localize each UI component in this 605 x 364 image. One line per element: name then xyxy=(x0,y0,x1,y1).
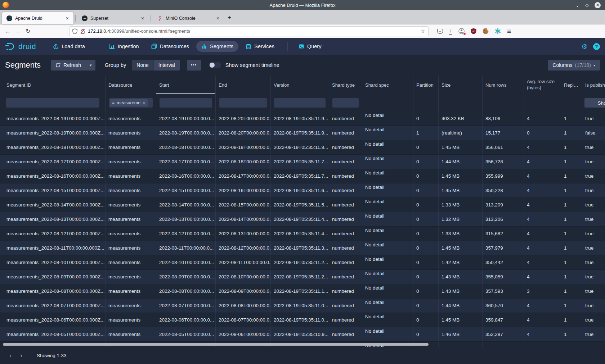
filter-input-start[interactable] xyxy=(160,98,212,108)
segment-timeline-toggle[interactable] xyxy=(209,62,221,68)
help-button[interactable]: ? xyxy=(593,43,600,50)
hamburger-menu-icon[interactable]: ≡ xyxy=(507,27,511,35)
filter-input-segment-id[interactable] xyxy=(6,98,99,108)
table-row[interactable]: measurements_2022-08-15T00:00:00.000Z...… xyxy=(0,183,605,198)
cookie-extension-icon[interactable] xyxy=(483,28,489,34)
nav-item-ingestion[interactable]: Ingestion xyxy=(104,41,144,52)
cell-segment-id[interactable]: measurements_2022-08-19T00:00:00.000Z... xyxy=(0,112,106,126)
column-header-shard-type[interactable]: Shard type xyxy=(329,76,362,94)
column-header-size[interactable]: Size xyxy=(439,76,483,94)
filter-tag-remove-icon[interactable]: × xyxy=(143,100,145,106)
column-header-start[interactable]: Start xyxy=(156,76,216,94)
group-by-interval-button[interactable]: Interval xyxy=(154,60,180,70)
is-published-show-filter-button[interactable]: Show xyxy=(584,98,605,108)
table-row[interactable]: measurements_2022-08-08T00:00:00.000Z...… xyxy=(0,284,605,299)
table-row[interactable]: measurements_2022-08-19T00:00:00.000Z...… xyxy=(0,112,605,126)
filter-input-shard-type[interactable] xyxy=(332,98,359,108)
tracking-shield-icon[interactable] xyxy=(72,28,77,34)
column-header-shard-spec[interactable]: Shard spec xyxy=(362,76,413,94)
cell-segment-id[interactable]: measurements_2022-08-06T00:00:00.000Z... xyxy=(0,313,106,327)
horizontal-scrollbar[interactable] xyxy=(3,343,429,346)
cell-segment-id[interactable]: measurements_2022-08-13T00:00:00.000Z... xyxy=(0,212,106,226)
settings-gear-icon[interactable]: ⚙ xyxy=(581,42,587,50)
url-text[interactable]: 172.18.0.4:30899/unified-console.html#se… xyxy=(88,28,421,34)
cell-segment-id[interactable]: measurements_2022-08-12T00:00:00.000Z... xyxy=(0,227,106,241)
table-row[interactable]: measurements_2022-08-12T00:00:00.000Z...… xyxy=(0,227,605,241)
more-options-button[interactable]: ••• xyxy=(187,60,201,70)
extension-asterisk-icon[interactable] xyxy=(495,28,501,34)
filter-input-end[interactable] xyxy=(219,98,267,108)
new-tab-button[interactable]: + xyxy=(228,14,231,21)
column-header-avg-row-size[interactable]: Avg. row size (bytes) xyxy=(524,76,561,94)
table-row[interactable]: measurements_2022-08-13T00:00:00.000Z...… xyxy=(0,212,605,227)
table-row[interactable]: measurements_2022-08-09T00:00:00.000Z...… xyxy=(0,270,605,284)
nav-item-query[interactable]: Query xyxy=(293,41,327,52)
tab-minio-console[interactable]: MinIO Console × xyxy=(153,12,224,24)
minimize-button[interactable]: ⌄ xyxy=(575,3,579,8)
column-header-segment-id[interactable]: Segment ID xyxy=(0,76,106,94)
cell-segment-id[interactable]: measurements_2022-08-17T00:00:00.000Z... xyxy=(0,155,106,169)
tab-close-button[interactable]: × xyxy=(140,15,145,21)
nav-item-load-data[interactable]: Load data xyxy=(48,41,90,52)
table-row[interactable]: measurements_2022-08-19T00:00:00.000Z...… xyxy=(0,126,605,140)
table-row[interactable]: measurements_2022-08-16T00:00:00.000Z...… xyxy=(0,169,605,183)
tab-apache-druid[interactable]: Apache Druid × xyxy=(2,12,73,24)
nav-item-services[interactable]: Services xyxy=(241,41,279,52)
next-page-button[interactable]: › xyxy=(16,350,27,361)
cell-end: 2022-08-12T00:00:00.0... xyxy=(216,241,271,255)
cell-segment-id[interactable]: measurements_2022-08-07T00:00:00.000Z... xyxy=(0,299,106,313)
table-row[interactable]: measurements_2022-08-14T00:00:00.000Z...… xyxy=(0,198,605,212)
refresh-button[interactable]: Refresh xyxy=(51,60,86,70)
refresh-caret-button[interactable]: ▾ xyxy=(86,60,95,70)
downloads-button[interactable]: ↓ xyxy=(449,28,452,35)
cell-segment-id[interactable]: measurements_2022-08-18T00:00:00.000Z... xyxy=(0,140,106,154)
columns-button[interactable]: Columns (17/18) ▾ xyxy=(548,60,600,70)
url-bar[interactable]: 172.18.0.4:30899/unified-console.html#se… xyxy=(69,26,429,36)
bookmark-star-icon[interactable]: ☆ xyxy=(421,28,425,35)
ublock-icon[interactable]: UO xyxy=(471,28,476,34)
forward-button[interactable]: → xyxy=(13,28,23,35)
table-row[interactable]: measurements_2022-08-10T00:00:00.000Z...… xyxy=(0,255,605,270)
cell-segment-id[interactable]: measurements_2022-08-08T00:00:00.000Z... xyxy=(0,284,106,298)
table-row[interactable]: measurements_2022-08-18T00:00:00.000Z...… xyxy=(0,140,605,155)
cell-segment-id[interactable]: measurements_2022-08-16T00:00:00.000Z... xyxy=(0,169,106,183)
filter-input-datasource[interactable]: = measureme × xyxy=(109,98,153,108)
pocket-button[interactable]: ⌄ xyxy=(437,29,443,34)
cell-segment-id[interactable]: measurements_2022-08-19T00:00:00.000Z... xyxy=(0,126,106,140)
column-header-is-published[interactable]: Is published xyxy=(582,76,605,94)
reload-button[interactable]: ↻ xyxy=(23,28,33,35)
insecure-lock-icon[interactable] xyxy=(80,28,85,34)
account-extension-icon[interactable] xyxy=(458,28,465,34)
tab-close-button[interactable]: × xyxy=(215,15,220,21)
column-header-datasource[interactable]: Datasource xyxy=(106,76,156,94)
nav-item-segments[interactable]: Segments xyxy=(196,41,238,52)
column-header-partition[interactable]: Partition xyxy=(413,76,439,94)
maximize-button[interactable]: ◇ xyxy=(585,3,589,8)
table-row[interactable]: measurements_2022-08-07T00:00:00.000Z...… xyxy=(0,299,605,313)
cell-segment-id[interactable]: measurements_2022-08-11T00:00:00.000Z... xyxy=(0,241,106,255)
cell-segment-id[interactable]: measurements_2022-08-15T00:00:00.000Z... xyxy=(0,183,106,197)
column-header-num-rows[interactable]: Num rows xyxy=(483,76,524,94)
cell-segment-id[interactable]: measurements_2022-08-05T00:00:00.000Z... xyxy=(0,327,106,341)
back-button[interactable]: ← xyxy=(3,28,13,35)
druid-logo[interactable]: druid xyxy=(5,42,36,51)
nav-item-datasources[interactable]: Datasources xyxy=(146,41,194,52)
column-header-version[interactable]: Version xyxy=(271,76,329,94)
cell-segment-id[interactable]: measurements_2022-08-09T00:00:00.000Z... xyxy=(0,270,106,284)
datasource-filter-tag[interactable]: = measureme × xyxy=(110,99,148,106)
cell-segment-id[interactable]: measurements_2022-08-10T00:00:00.000Z... xyxy=(0,255,106,269)
group-by-none-button[interactable]: None xyxy=(132,60,153,70)
table-row[interactable]: measurements_2022-08-11T00:00:00.000Z...… xyxy=(0,241,605,255)
cell-segment-id[interactable]: measurements_2022-08-14T00:00:00.000Z... xyxy=(0,198,106,212)
close-button[interactable]: × xyxy=(595,2,601,8)
column-header-end[interactable]: End xyxy=(216,76,271,94)
table-row[interactable]: measurements_2022-08-05T00:00:00.000Z...… xyxy=(0,327,605,342)
column-header-replicas[interactable]: Replicas xyxy=(561,76,582,94)
previous-page-button[interactable]: ‹ xyxy=(5,350,16,361)
tab-close-button[interactable]: × xyxy=(65,15,70,21)
tab-superset[interactable]: ∞ Superset × xyxy=(77,12,149,24)
table-row[interactable]: measurements_2022-08-17T00:00:00.000Z...… xyxy=(0,155,605,169)
cell-version: 2022-08-19T05:35:11.5... xyxy=(271,198,329,212)
filter-input-version[interactable] xyxy=(274,98,326,108)
table-row[interactable]: measurements_2022-08-06T00:00:00.000Z...… xyxy=(0,313,605,327)
